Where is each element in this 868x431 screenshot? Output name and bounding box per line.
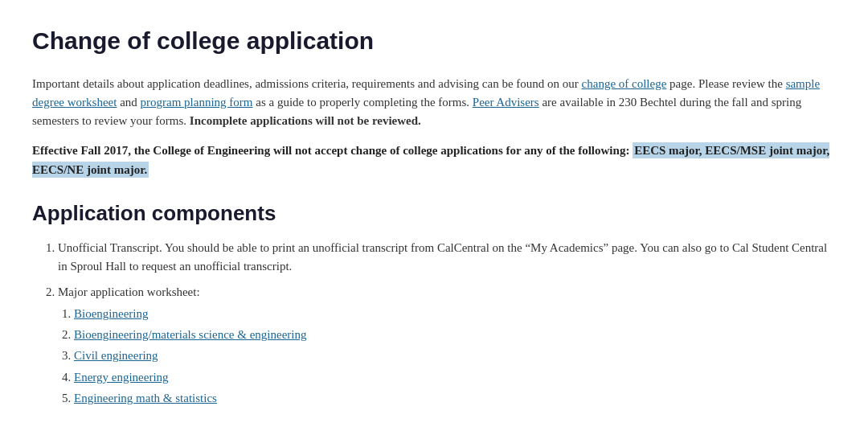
list-item-worksheet: Major application worksheet: Bioengineer… xyxy=(58,283,836,408)
civil-engineering-link[interactable]: Civil engineering xyxy=(74,349,158,362)
transcript-text: Unofficial Transcript. You should be abl… xyxy=(58,241,827,273)
incomplete-notice: Incomplete applications will not be revi… xyxy=(190,114,421,127)
intro-text-3: and xyxy=(117,96,140,109)
bioengineering-materials-link[interactable]: Bioengineering/materials science & engin… xyxy=(74,328,306,341)
application-components-list: Unofficial Transcript. You should be abl… xyxy=(58,239,836,408)
peer-advisers-link[interactable]: Peer Advisers xyxy=(473,96,539,109)
intro-paragraph: Important details about application dead… xyxy=(32,75,836,131)
intro-text-2: page. Please review the xyxy=(666,77,785,90)
components-title: Application components xyxy=(32,197,836,229)
program-planning-form-link[interactable]: program planning form xyxy=(141,96,253,109)
energy-engineering-link[interactable]: Energy engineering xyxy=(74,371,169,384)
list-item: Civil engineering xyxy=(74,347,836,365)
list-item-transcript: Unofficial Transcript. You should be abl… xyxy=(58,239,836,277)
page-title: Change of college application xyxy=(32,23,836,60)
list-item: Energy engineering xyxy=(74,368,836,387)
warning-paragraph: Effective Fall 2017, the College of Engi… xyxy=(32,142,836,179)
worksheet-sub-list: Bioengineering Bioengineering/materials … xyxy=(74,305,836,408)
list-item: Bioengineering xyxy=(74,305,836,323)
worksheet-label: Major application worksheet: xyxy=(58,285,200,298)
bioengineering-link[interactable]: Bioengineering xyxy=(74,307,148,320)
warning-prefix: Effective Fall 2017, the College of Engi… xyxy=(32,144,633,157)
list-item: Engineering math & statistics xyxy=(74,389,836,408)
list-item: Bioengineering/materials science & engin… xyxy=(74,326,836,344)
change-of-college-link[interactable]: change of college xyxy=(582,77,667,90)
intro-text-4: as a guide to properly completing the fo… xyxy=(253,96,473,109)
intro-text-1: Important details about application dead… xyxy=(32,77,582,90)
engineering-math-statistics-link[interactable]: Engineering math & statistics xyxy=(74,392,217,404)
